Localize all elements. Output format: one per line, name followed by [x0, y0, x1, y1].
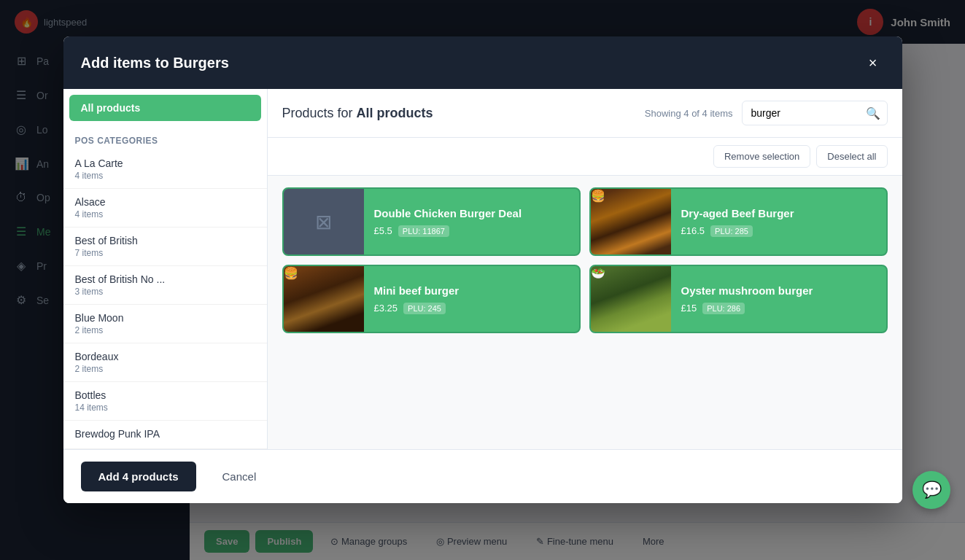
products-area: Products for All products Showing 4 of 4… [268, 89, 902, 449]
product-image-placeholder: ⊠ [284, 189, 364, 254]
product-price: £16.5 [681, 225, 705, 236]
category-count: 2 items [75, 364, 255, 374]
add-items-modal: Add items to Burgers × All products POS … [63, 36, 902, 503]
category-count: 4 items [75, 209, 255, 219]
category-item[interactable]: Alsace 4 items [63, 189, 267, 228]
product-meta: £3.25 PLU: 245 [374, 303, 569, 314]
product-info: Mini beef burger £3.25 PLU: 245 [364, 276, 579, 323]
modal-footer: Add 4 products Cancel [63, 449, 902, 503]
category-name: Bottles [75, 389, 255, 401]
beef-burger-image: 🍔 [591, 189, 671, 254]
product-info: Oyster mushroom burger £15 PLU: 286 [671, 276, 886, 323]
search-icon: 🔍 [866, 106, 880, 120]
category-sidebar: All products POS categories A La Carte 4… [63, 89, 268, 449]
modal-header: Add items to Burgers × [63, 36, 902, 89]
category-item-brewdog[interactable]: Brewdog Punk IPA [63, 421, 267, 449]
category-name: Best of British No ... [75, 273, 255, 285]
product-image: 🍔 [591, 189, 671, 254]
modal-body: All products POS categories A La Carte 4… [63, 89, 902, 449]
all-products-button[interactable]: All products [69, 95, 261, 121]
category-name: Best of British [75, 235, 255, 246]
cancel-button[interactable]: Cancel [205, 462, 274, 491]
modal-title: Add items to Burgers [81, 55, 229, 71]
product-name: Oyster mushroom burger [681, 284, 876, 297]
product-card[interactable]: 🍔 Dry-aged Beef Burger £16.5 PLU: 285 [589, 187, 888, 256]
modal-close-button[interactable]: × [861, 51, 885, 74]
products-category: All products [357, 106, 433, 120]
product-name: Mini beef burger [374, 284, 569, 297]
product-name: Dry-aged Beef Burger [681, 207, 876, 219]
category-item-best-british-no[interactable]: Best of British No ... 3 items [63, 266, 267, 305]
category-item-blue-moon[interactable]: Blue Moon 2 items [63, 305, 267, 343]
category-name: Blue Moon [75, 312, 255, 324]
product-name: Double Chicken Burger Deal [374, 207, 569, 219]
oyster-burger-image: 🥗 [591, 266, 671, 332]
products-grid: ⊠ Double Chicken Burger Deal £5.5 PLU: 1… [268, 176, 902, 449]
product-meta: £16.5 PLU: 285 [681, 225, 876, 237]
toolbar-right: Showing 4 of 4 items 🔍 [645, 101, 888, 125]
mini-burger-image: 🍔 [284, 266, 364, 332]
category-name: A La Carte [75, 158, 255, 169]
products-toolbar: Products for All products Showing 4 of 4… [268, 89, 902, 138]
product-card[interactable]: ⊠ Double Chicken Burger Deal £5.5 PLU: 1… [282, 187, 581, 256]
product-plu: PLU: 245 [403, 303, 446, 314]
pos-categories-label: POS categories [63, 127, 267, 150]
add-products-button[interactable]: Add 4 products [81, 462, 196, 491]
category-count: 4 items [75, 171, 255, 181]
category-item-bottles[interactable]: Bottles 14 items [63, 382, 267, 421]
product-price: £15 [681, 303, 697, 314]
selection-toolbar: Remove selection Deselect all [268, 138, 902, 176]
product-price: £3.25 [374, 303, 398, 314]
category-count: 3 items [75, 287, 255, 297]
product-plu: PLU: 286 [702, 303, 745, 314]
search-box: 🔍 [742, 101, 888, 125]
category-count: 2 items [75, 325, 255, 335]
product-image: 🍔 [284, 266, 364, 332]
deselect-all-button[interactable]: Deselect all [816, 145, 887, 168]
category-count: 14 items [75, 402, 255, 413]
product-info: Double Chicken Burger Deal £5.5 PLU: 118… [364, 198, 579, 246]
product-image: 🥗 [591, 266, 671, 332]
category-item-bordeaux[interactable]: Bordeaux 2 items [63, 343, 267, 382]
products-title: Products for All products [282, 106, 433, 121]
category-item-best-british[interactable]: Best of British 7 items [63, 228, 267, 266]
product-meta: £15 PLU: 286 [681, 303, 876, 314]
category-count: 7 items [75, 248, 255, 258]
category-name: Brewdog Punk IPA [75, 428, 255, 440]
category-name: Bordeaux [75, 351, 255, 362]
product-plu: PLU: 11867 [398, 225, 449, 237]
product-card[interactable]: 🍔 Mini beef burger £3.25 PLU: 245 [282, 265, 581, 333]
category-name: Alsace [75, 196, 255, 208]
no-image-icon: ⊠ [315, 210, 332, 234]
category-item[interactable]: A La Carte 4 items [63, 150, 267, 189]
products-label: Products for [282, 106, 353, 120]
product-meta: £5.5 PLU: 11867 [374, 225, 569, 237]
remove-selection-button[interactable]: Remove selection [713, 145, 810, 168]
showing-count: Showing 4 of 4 items [645, 108, 733, 119]
product-plu: PLU: 285 [710, 225, 753, 237]
product-info: Dry-aged Beef Burger £16.5 PLU: 285 [671, 198, 886, 246]
product-price: £5.5 [374, 225, 392, 236]
product-card[interactable]: 🥗 Oyster mushroom burger £15 PLU: 286 [589, 265, 888, 333]
chat-fab-button[interactable]: 💬 [912, 471, 950, 509]
